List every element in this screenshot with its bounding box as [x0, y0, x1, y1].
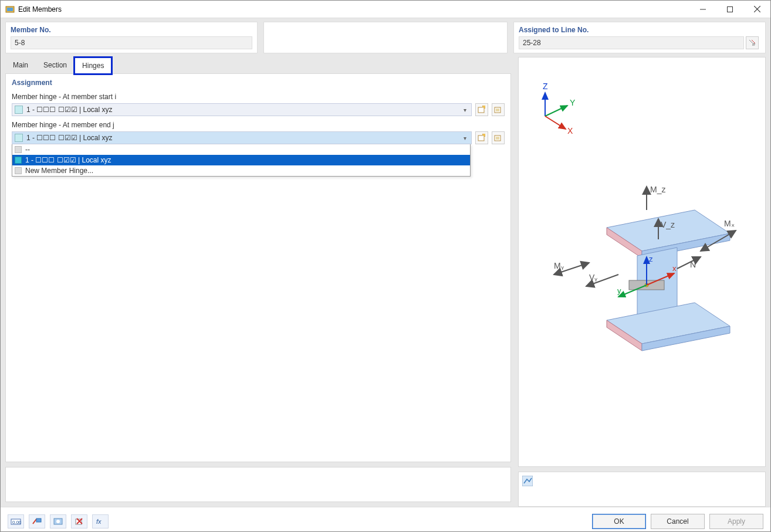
- svg-rect-11: [478, 135, 484, 141]
- svg-text:N: N: [690, 260, 696, 269]
- svg-line-33: [677, 257, 701, 269]
- swatch-icon: [15, 167, 22, 174]
- svg-rect-7: [478, 107, 484, 113]
- swatch-icon: [15, 146, 22, 153]
- header-mid-panel: [263, 22, 508, 53]
- hinge-start-swatch: [15, 106, 23, 114]
- svg-line-42: [33, 519, 36, 524]
- dropdown-item-none[interactable]: --: [12, 144, 470, 155]
- svg-rect-39: [522, 476, 533, 486]
- comment-panel: [5, 467, 511, 502]
- preview-3d[interactable]: Z Y X: [518, 57, 766, 467]
- hinge-end-label: Member hinge - At member end j: [12, 121, 505, 129]
- dropdown-item-1[interactable]: 1 - ☐☐☐ ☐☑☑ | Local xyz: [12, 155, 470, 165]
- svg-rect-14: [496, 137, 499, 140]
- right-pane: Z Y X: [516, 57, 770, 507]
- hinge-end-combo[interactable]: 1 - ☐☐☐ ☐☑☑ | Local xyz ▾: [12, 131, 472, 144]
- assigned-panel: Assigned to Line No.: [513, 22, 766, 53]
- member-no-input[interactable]: [11, 36, 252, 49]
- hinge-end-swatch: [15, 134, 23, 142]
- axis-y-label: Y: [570, 98, 576, 107]
- svg-text:z: z: [649, 255, 653, 263]
- titlebar: Edit Members: [1, 1, 770, 18]
- chevron-down-icon: ▾: [461, 107, 469, 113]
- header-row: Member No. Assigned to Line No.: [1, 18, 770, 57]
- hinge-start-value: 1 - ☐☐☐ ☐☑☑ | Local xyz: [26, 106, 461, 114]
- svg-line-17: [545, 106, 567, 116]
- pick-line-button[interactable]: [746, 36, 759, 49]
- window-title: Edit Members: [18, 5, 62, 13]
- swatch-icon: [15, 157, 22, 164]
- hinges-tab-content: Assignment Member hinge - At member star…: [5, 73, 511, 462]
- hinge-start-row: 1 - ☐☐☐ ☐☑☑ | Local xyz ▾: [12, 103, 505, 116]
- svg-point-8: [483, 106, 485, 108]
- tab-section[interactable]: Section: [36, 57, 75, 73]
- axis-x-label: X: [567, 126, 573, 135]
- dropdown-item-new[interactable]: New Member Hinge...: [12, 165, 470, 176]
- svg-text:V_z: V_z: [661, 220, 675, 229]
- svg-text:y: y: [617, 286, 621, 295]
- svg-point-12: [483, 134, 485, 136]
- hinge-end-value: 1 - ☐☐☐ ☐☑☑ | Local xyz: [26, 134, 461, 142]
- member-no-panel: Member No.: [5, 22, 258, 53]
- minimize-button[interactable]: [689, 1, 716, 18]
- member-no-label: Member No.: [11, 26, 252, 34]
- assigned-label: Assigned to Line No.: [519, 26, 760, 34]
- content-row: Main Section Hinges Assignment Member hi…: [1, 57, 770, 507]
- hinge-end-row: 1 - ☐☐☐ ☐☑☑ | Local xyz ▾: [12, 131, 505, 144]
- cancel-button[interactable]: Cancel: [651, 514, 705, 529]
- svg-line-18: [545, 116, 566, 129]
- svg-text:Mₓ: Mₓ: [724, 219, 735, 228]
- maximize-button[interactable]: [716, 1, 743, 18]
- preview-thumb-icon[interactable]: [522, 476, 533, 486]
- edit-hinge-start-button[interactable]: [492, 103, 505, 116]
- tab-main[interactable]: Main: [5, 57, 36, 73]
- svg-rect-43: [36, 519, 41, 522]
- svg-text:M_z: M_z: [650, 185, 665, 194]
- app-icon: [5, 5, 15, 14]
- svg-rect-1: [7, 8, 13, 11]
- new-hinge-end-button[interactable]: [475, 131, 488, 144]
- svg-text:Mᵧ: Mᵧ: [554, 261, 564, 270]
- ok-button[interactable]: OK: [592, 514, 646, 529]
- svg-text:0.00: 0.00: [12, 520, 21, 525]
- member-view-button[interactable]: [29, 514, 45, 528]
- svg-text:Vᵧ: Vᵧ: [589, 273, 597, 282]
- left-pane: Main Section Hinges Assignment Member hi…: [1, 57, 516, 507]
- assignment-title: Assignment: [12, 79, 505, 87]
- hinge-start-combo[interactable]: 1 - ☐☐☐ ☐☑☑ | Local xyz ▾: [12, 103, 472, 116]
- bottom-bar: 0.00 fx OK Cancel Apply: [1, 507, 770, 532]
- svg-rect-3: [728, 6, 733, 12]
- axis-z-label: Z: [543, 82, 548, 91]
- svg-text:x: x: [672, 264, 677, 273]
- render-button[interactable]: [50, 514, 66, 528]
- preview-bottom-panel: [518, 472, 766, 507]
- delete-button[interactable]: [71, 514, 87, 528]
- svg-point-45: [56, 520, 60, 523]
- apply-button[interactable]: Apply: [709, 514, 763, 529]
- assigned-input[interactable]: [519, 36, 744, 49]
- tabs: Main Section Hinges: [1, 57, 516, 73]
- tab-hinges[interactable]: Hinges: [75, 57, 111, 74]
- svg-rect-10: [496, 109, 499, 111]
- svg-text:fx: fx: [96, 518, 102, 525]
- units-button[interactable]: 0.00: [8, 514, 24, 528]
- close-button[interactable]: [743, 1, 770, 18]
- hinge-start-label: Member hinge - At member start i: [12, 93, 505, 101]
- hinge-end-dropdown: -- 1 - ☐☐☐ ☐☑☑ | Local xyz New Member Hi…: [12, 144, 471, 177]
- edit-hinge-end-button[interactable]: [492, 131, 505, 144]
- chevron-down-icon: ▾: [461, 135, 469, 141]
- formula-button[interactable]: fx: [92, 514, 109, 528]
- new-hinge-start-button[interactable]: [475, 103, 488, 116]
